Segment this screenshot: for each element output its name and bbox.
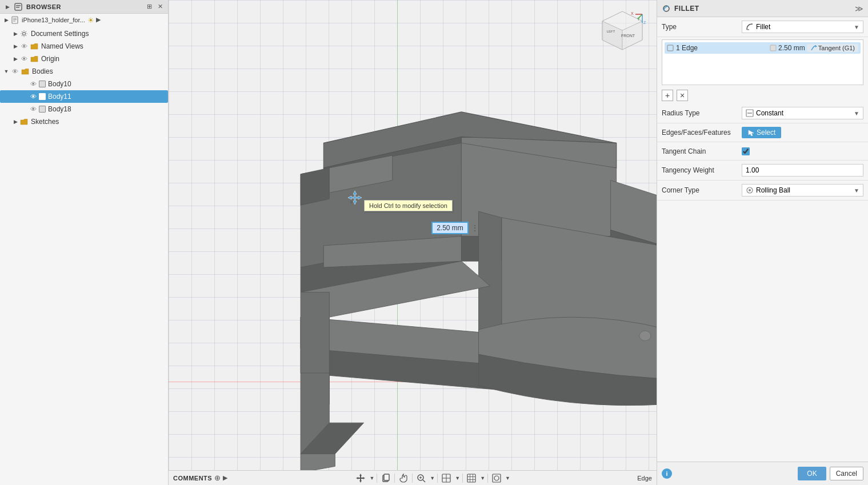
svg-text:Y: Y <box>637 17 640 21</box>
sketches-arrow[interactable] <box>11 118 19 126</box>
corner-dropdown-arrow: ▼ <box>854 187 859 194</box>
eye-icon-body18[interactable]: 👁 <box>29 105 38 114</box>
svg-rect-1 <box>16 5 21 6</box>
doc-settings-arrow[interactable] <box>11 30 19 38</box>
eye-icon-body10[interactable]: 👁 <box>29 79 38 89</box>
named-views-arrow[interactable] <box>11 42 19 50</box>
type-dropdown[interactable]: Fillet ▼ <box>742 21 863 33</box>
bodies-folder-icon <box>21 67 30 76</box>
svg-point-72 <box>749 189 751 191</box>
comments-label: COMMENTS <box>173 475 212 482</box>
sidebar-item-origin[interactable]: 👁 Origin <box>0 53 168 65</box>
viewport[interactable]: e Hold Ctrl to modify selection ⋮ FRO <box>169 0 657 485</box>
document-filename: iPhone13_holder_for... <box>22 17 85 23</box>
nav-cube[interactable]: FRONT LEFT Z X Y <box>597 9 648 60</box>
add-edge-btn[interactable]: + <box>662 90 673 101</box>
ok-button[interactable]: OK <box>798 467 826 480</box>
comments-add-icon[interactable]: ⊕ <box>214 474 221 482</box>
bodies-label: Bodies <box>32 67 53 75</box>
browser-close-icon[interactable]: ✕ <box>155 2 165 11</box>
sidebar-item-bodies[interactable]: 👁 Bodies <box>0 65 168 78</box>
svg-point-63 <box>494 476 499 480</box>
info-icon[interactable]: i <box>662 468 672 479</box>
origin-arrow[interactable] <box>11 55 19 63</box>
tangent-icon <box>810 45 817 51</box>
grid-dropdown-icon[interactable]: ▼ <box>480 475 485 481</box>
bottom-bar-center: ▼ ▼ <box>354 472 510 484</box>
body18-label: Body18 <box>48 105 71 113</box>
display-dropdown-icon[interactable]: ▼ <box>505 475 510 481</box>
doc-sun-icon[interactable]: ☀ <box>87 16 94 25</box>
tangency-weight-input[interactable] <box>742 164 863 177</box>
fillet-panel-footer: i OK Cancel <box>657 462 868 485</box>
sketches-folder-icon <box>19 117 29 126</box>
sidebar-item-doc-settings[interactable]: Document Settings <box>0 27 168 40</box>
browser-title: BROWSER <box>26 3 61 10</box>
sep4 <box>437 474 438 483</box>
browser-collapse-arrow[interactable] <box>3 3 11 11</box>
svg-rect-49 <box>384 474 389 480</box>
eye-icon-body11[interactable]: 👁 <box>29 92 38 101</box>
view-dropdown-icon[interactable]: ▼ <box>455 475 460 481</box>
zoom-dropdown-icon[interactable]: ▼ <box>430 475 435 481</box>
body11-label: Body11 <box>48 93 71 101</box>
dimension-options-icon[interactable]: ⋮ <box>470 222 480 234</box>
sketches-label: Sketches <box>31 118 59 126</box>
copy-tool-icon[interactable] <box>379 472 392 484</box>
move-cursor-icon: e <box>347 190 363 206</box>
comments-expand-icon[interactable]: ▶ <box>223 474 227 482</box>
eye-icon-bodies: 👁 <box>10 67 19 76</box>
type-label: Type <box>662 23 742 31</box>
browser-settings-icon[interactable]: ⊞ <box>145 2 154 11</box>
svg-marker-31 <box>301 168 329 205</box>
tangent-chain-label: Tangent Chain <box>662 147 742 155</box>
type-row: Type Fillet ▼ <box>657 17 868 37</box>
svg-text:e: e <box>350 199 353 205</box>
sidebar-item-body18[interactable]: 👁 Body18 <box>0 103 168 115</box>
sidebar-item-body11[interactable]: 👁 Body11 <box>0 90 168 103</box>
move-dropdown-icon[interactable]: ▼ <box>369 475 374 481</box>
view-tool-icon[interactable] <box>440 472 453 484</box>
grid-tool-icon[interactable] <box>465 472 478 484</box>
bottom-bar: COMMENTS ⊕ ▶ ▼ <box>169 470 657 485</box>
move-tool-icon[interactable] <box>354 472 367 484</box>
svg-text:X: X <box>631 11 634 15</box>
rolling-ball-icon <box>746 186 754 194</box>
edges-features-row: Edges/Faces/Features Select <box>657 123 868 142</box>
radius-type-value: Constant <box>756 109 783 117</box>
dimension-value-input[interactable] <box>431 222 469 234</box>
remove-edge-btn[interactable]: × <box>677 90 688 101</box>
panel-expand-icon[interactable]: ≫ <box>855 4 863 13</box>
display-tool-icon[interactable] <box>490 472 503 484</box>
document-row[interactable]: iPhone13_holder_for... ☀ ▶ <box>0 14 168 26</box>
sep6 <box>487 474 488 483</box>
corner-type-row: Corner Type Rolling Ball ▼ <box>657 181 868 201</box>
cancel-button[interactable]: Cancel <box>830 467 863 480</box>
pan-tool-icon[interactable] <box>397 472 410 484</box>
browser-header: BROWSER ⊞ ✕ <box>0 0 168 14</box>
dimension-input-container: ⋮ <box>431 222 480 234</box>
sidebar-item-named-views[interactable]: 👁 Named Views <box>0 40 168 53</box>
tangent-chain-checkbox[interactable] <box>742 147 750 155</box>
document-arrow[interactable] <box>2 16 10 24</box>
tangent-chain-row: Tangent Chain <box>657 142 868 161</box>
edge-shape-icon <box>667 45 674 51</box>
svg-point-7 <box>23 33 26 35</box>
corner-type-value: Rolling Ball <box>756 186 790 194</box>
body10-label: Body10 <box>48 80 71 88</box>
sidebar-item-body10[interactable]: 👁 Body10 <box>0 78 168 90</box>
sidebar-item-sketches[interactable]: Sketches <box>0 115 168 128</box>
constant-icon <box>746 109 754 117</box>
sep3 <box>412 474 413 483</box>
zoom-tool-icon[interactable] <box>415 472 427 484</box>
corner-type-label: Corner Type <box>662 186 742 194</box>
corner-type-dropdown[interactable]: Rolling Ball ▼ <box>742 184 863 197</box>
bodies-arrow[interactable] <box>2 67 10 75</box>
edge-value: 2.50 mm <box>778 44 805 52</box>
radius-type-dropdown[interactable]: Constant ▼ <box>742 107 863 119</box>
doc-play-icon[interactable]: ▶ <box>96 16 101 25</box>
select-button[interactable]: Select <box>742 127 781 138</box>
type-dropdown-arrow: ▼ <box>854 24 859 30</box>
edge-selection-area[interactable]: 1 Edge 2.50 mm Tangent (G1) <box>662 39 863 85</box>
sep1 <box>377 474 377 483</box>
